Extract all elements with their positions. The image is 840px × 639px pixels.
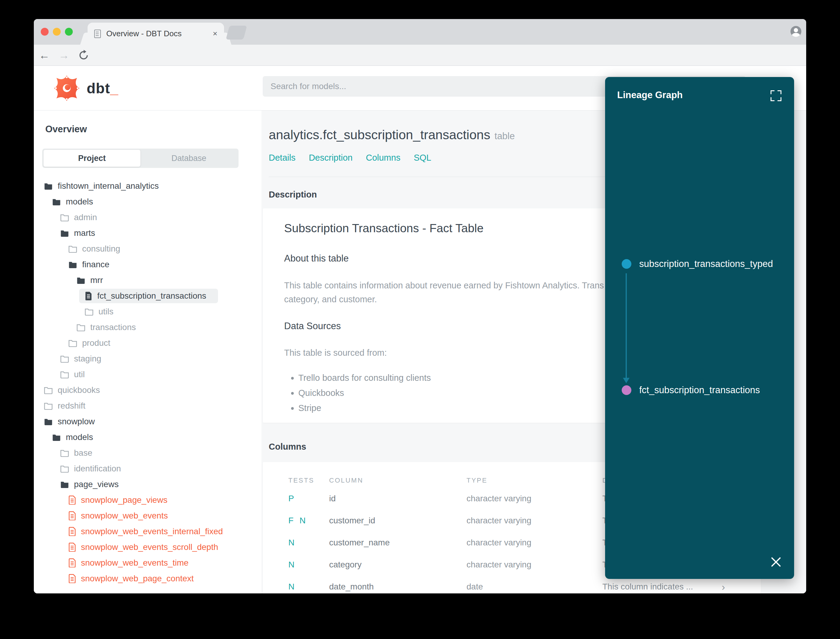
tree-item-finance[interactable]: finance [34,257,262,272]
about-paragraph: This table contains information about re… [284,278,604,306]
tree-item-snowplow_web_events_time[interactable]: snowplow_web_events_time [34,555,262,571]
about-line: This table contains information about re… [284,278,604,292]
tree-item-product[interactable]: product [34,335,262,351]
sidebar-tab-database[interactable]: Database [140,150,237,167]
tree-item-identification[interactable]: identification [34,461,262,477]
folder-icon [68,339,77,347]
tree-item-models[interactable]: models [34,194,262,210]
tree-item-label: snowplow_web_events [81,511,168,521]
tree-item-consulting[interactable]: consulting [34,241,262,257]
column-type: character varying [467,494,531,504]
lineage-edge-arrow [626,273,627,379]
file-icon [68,511,76,520]
tree-item-snowplow_web_page_context[interactable]: snowplow_web_page_context [34,571,262,587]
tree-item-admin[interactable]: admin [34,210,262,225]
browser-toolbar: ← → localhost:8080/index.html#!/model/mo… [34,45,806,66]
tree-item-label: snowplow_web_events_scroll_depth [81,542,218,552]
column-name: date_month [329,582,374,591]
tree-item-utils[interactable]: utils [34,304,262,320]
tree-item-fct_subscription_transactions[interactable]: fct_subscription_transactions [34,288,262,304]
tree-item-staging[interactable]: staging [34,351,262,367]
sources-heading: Data Sources [284,321,341,332]
sources-list: Trello boards for consulting clientsQuic… [292,373,431,418]
model-tab-columns[interactable]: Columns [366,153,400,163]
column-type: character varying [467,516,531,525]
dbt-logo-icon [53,74,81,102]
tree-item-label: models [66,197,93,207]
tests-badge: F N [288,516,307,525]
project-database-toggle: ProjectDatabase [42,149,238,168]
column-header-type: TYPE [467,477,487,484]
tab-close-icon[interactable]: × [213,29,218,38]
file-icon [84,291,92,300]
model-tab-sql[interactable]: SQL [414,153,431,163]
folder-icon [60,465,69,473]
model-type-badge: table [495,131,515,141]
tree-item-redshift[interactable]: redshift [34,398,262,414]
tree-item-label: snowplow_web_events_time [81,558,188,568]
close-icon[interactable] [770,556,781,567]
tree-item-mrr[interactable]: mrr [34,272,262,288]
lineage-title: Lineage Graph [617,90,683,100]
model-tabs: DetailsDescriptionColumnsSQL [269,153,431,163]
folder-icon [76,323,86,331]
back-button[interactable]: ← [37,45,52,66]
model-tab-description[interactable]: Description [309,153,353,163]
tree-item-util[interactable]: util [34,367,262,382]
tree-item-page_views[interactable]: page_views [34,477,262,492]
tree-item-label: models [66,432,93,442]
folder-open-icon [60,480,69,488]
zoom-window-button[interactable] [65,28,73,36]
tests-badge: P [288,494,296,504]
lineage-node-upstream[interactable]: subscription_transactions_typed [622,259,773,269]
tree-item-label: finance [82,260,109,269]
tree-item-fishtown_internal_analytics[interactable]: fishtown_internal_analytics [34,178,262,194]
node-dot [622,385,631,395]
folder-icon [60,370,69,378]
folder-open-icon [52,433,61,441]
lineage-node-current[interactable]: fct_subscription_transactions [622,385,760,396]
chevron-right-icon[interactable]: › [722,581,725,593]
tree-item-snowplow_web_events[interactable]: snowplow_web_events [34,508,262,524]
new-tab-button[interactable] [226,25,247,40]
tree-item-snowplow[interactable]: snowplow [34,414,262,429]
tree-item-label: fct_subscription_transactions [97,291,206,301]
tree-item-quickbooks[interactable]: quickbooks [34,382,262,398]
tree-item-label: fishtown_internal_analytics [58,181,159,191]
column-name: category [329,560,361,569]
browser-tabstrip: Overview - DBT Docs × [34,19,806,45]
tree-item-label: redshift [58,401,86,411]
tab-favicon-document-icon [94,30,101,38]
close-window-button[interactable] [41,28,49,36]
tree-item-snowplow_web_events_scroll_depth[interactable]: snowplow_web_events_scroll_depth [34,539,262,555]
column-header-column: COLUMN [329,477,363,484]
folder-icon [60,449,69,457]
forward-button[interactable]: → [56,45,71,66]
tree-item-snowplow_web_events_internal_fixed[interactable]: snowplow_web_events_internal_fixed [34,524,262,539]
sidebar-tab-project[interactable]: Project [43,150,140,167]
column-type: character varying [467,538,531,547]
tree-item-label: admin [74,213,97,222]
model-tab-details[interactable]: Details [269,153,295,163]
column-type: character varying [467,560,531,569]
browser-window: Overview - DBT Docs × ← → localhost:8080… [34,19,806,593]
tree-item-marts[interactable]: marts [34,225,262,241]
model-title: analytics.fct_subscription_transactions [269,127,491,142]
tree-item-base[interactable]: base [34,445,262,461]
expand-icon[interactable] [770,90,781,101]
folder-icon [84,308,94,316]
folder-open-icon [76,276,86,284]
file-icon [68,574,76,583]
dbt-logo[interactable]: dbt_ [53,74,118,102]
browser-tab[interactable]: Overview - DBT Docs × [87,23,224,45]
file-icon [68,496,76,505]
tree-item-transactions[interactable]: transactions [34,320,262,335]
file-icon [68,543,76,552]
tree-item-snowplow_page_views[interactable]: snowplow_page_views [34,492,262,508]
tree-item-models[interactable]: models [34,429,262,445]
reload-button[interactable] [76,45,91,66]
minimize-window-button[interactable] [53,28,61,36]
profile-avatar[interactable] [791,26,801,37]
folder-open-icon [44,182,53,190]
description-section-label: Description [269,190,317,200]
